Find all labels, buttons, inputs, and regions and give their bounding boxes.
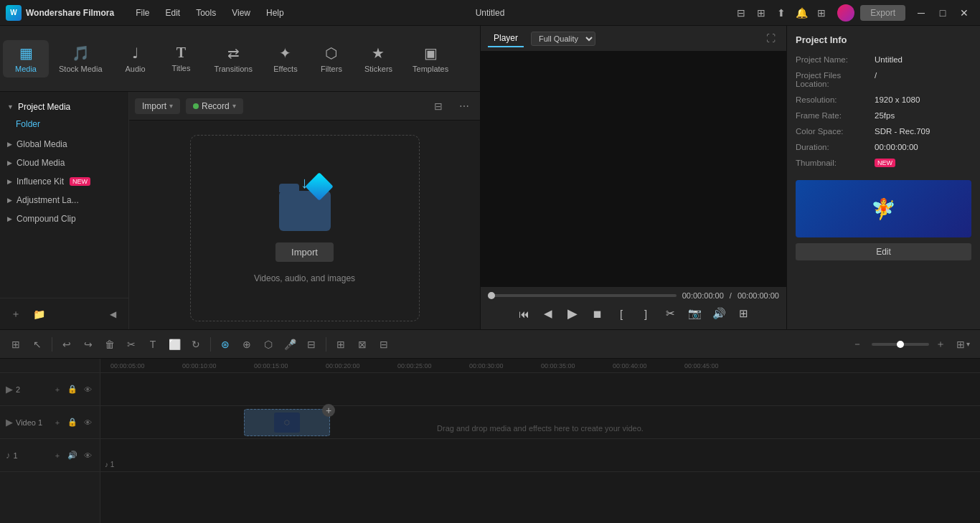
proj-fps-label: Frame Rate: xyxy=(796,111,875,120)
track-icon-2[interactable]: ⊠ xyxy=(352,334,372,354)
quality-select[interactable]: Full Quality 1/2 Quality 1/4 Quality xyxy=(531,32,595,46)
zoom-thumb[interactable] xyxy=(897,341,904,348)
split-track-icon[interactable]: ⊞ xyxy=(331,334,351,354)
voice-icon[interactable]: 🎤 xyxy=(280,334,300,354)
tab-templates[interactable]: ▣ Templates xyxy=(402,40,458,77)
video1-add-icon[interactable]: + xyxy=(51,416,64,429)
notification-icon[interactable]: 🔔 xyxy=(793,4,810,22)
video1-vis-icon[interactable]: 👁 xyxy=(81,416,94,429)
tab-titles[interactable]: T Titles xyxy=(159,40,204,77)
menu-view[interactable]: View xyxy=(225,5,258,21)
tab-audio[interactable]: ♩ Audio xyxy=(113,40,159,77)
out-point-icon[interactable]: ] xyxy=(636,304,655,323)
menu-file[interactable]: File xyxy=(128,5,156,21)
track-clip[interactable]: ⬡ + xyxy=(244,409,330,436)
export-button[interactable]: Export xyxy=(860,5,905,21)
close-button[interactable]: ✕ xyxy=(954,5,974,21)
fullscreen-icon[interactable]: ⛶ xyxy=(762,30,779,47)
split-icon[interactable]: ✂ xyxy=(661,304,679,323)
sidebar-item-adjustment[interactable]: ▶ Adjustment La... xyxy=(0,191,128,209)
sidebar-item-influence-kit[interactable]: ▶ Influence Kit NEW xyxy=(0,172,128,191)
zoom-slider[interactable] xyxy=(872,343,929,346)
sidebar-add-icon[interactable]: ＋ xyxy=(6,304,26,324)
more-options-icon[interactable]: ⋯ xyxy=(454,96,474,116)
minimize-button[interactable]: ─ xyxy=(911,5,931,21)
sidebar-item-cloud-media[interactable]: ▶ Cloud Media xyxy=(0,154,128,172)
rotate-icon[interactable]: ↻ xyxy=(186,334,206,354)
effects-tools-icon[interactable]: ⊕ xyxy=(237,334,257,354)
clip-add-button[interactable]: + xyxy=(322,404,335,417)
track2-lock-icon[interactable]: 🔒 xyxy=(66,383,79,396)
snap-icon[interactable]: ⊞ xyxy=(6,334,26,354)
import-button[interactable]: Import ▾ xyxy=(135,98,180,114)
track-lane-video1[interactable]: ⬡ + Drag and drop media and effects here… xyxy=(100,406,980,439)
track2-add-icon[interactable]: + xyxy=(51,383,64,396)
tab-filters[interactable]: ⬡ Filters xyxy=(308,40,354,77)
stop-icon[interactable]: ⏹ xyxy=(588,304,606,323)
thumbnail-figure: 🧚 xyxy=(871,197,896,221)
track-icon-3[interactable]: ⊟ xyxy=(374,334,394,354)
track-lane-2[interactable] xyxy=(100,373,980,406)
tab-effects[interactable]: ✦ Effects xyxy=(263,40,308,77)
zoom-in-icon[interactable]: ＋ xyxy=(930,334,951,354)
skip-back-icon[interactable]: ⏮ xyxy=(514,304,533,323)
delete-icon[interactable]: 🗑 xyxy=(100,334,120,354)
video1-lock-icon[interactable]: 🔒 xyxy=(66,416,79,429)
sidebar-item-compound-clip[interactable]: ▶ Compound Clip xyxy=(0,209,128,228)
select-tool-icon[interactable]: ↖ xyxy=(27,334,47,354)
zoom-track[interactable] xyxy=(872,343,929,346)
player-header: Player Full Quality 1/2 Quality 1/4 Qual… xyxy=(481,26,786,52)
frame-back-icon[interactable]: ◀ xyxy=(539,304,557,323)
tab-stock-media[interactable]: 🎵 Stock Media xyxy=(49,40,113,77)
layout-icon[interactable]: ⊞ xyxy=(813,4,830,22)
edit-thumbnail-button[interactable]: Edit xyxy=(796,243,971,260)
ruler-mark-8: 00:00:45:00 xyxy=(682,362,753,369)
zoom-out-icon[interactable]: － xyxy=(847,334,867,354)
sidebar-folder-add-icon[interactable]: 📁 xyxy=(29,304,49,324)
influence-arrow: ▶ xyxy=(7,178,12,185)
compact-icon[interactable]: ⊟ xyxy=(732,4,750,22)
subtitle-icon[interactable]: ⊟ xyxy=(301,334,321,354)
mask-icon[interactable]: ⬡ xyxy=(258,334,278,354)
volume-icon[interactable]: 🔊 xyxy=(710,304,728,323)
sidebar-item-global-media[interactable]: ▶ Global Media xyxy=(0,135,128,154)
redo-icon[interactable]: ↪ xyxy=(78,334,98,354)
tab-transitions[interactable]: ⇄ Transitions xyxy=(204,40,263,77)
track-lane-audio1[interactable]: ♪ 1 xyxy=(100,439,980,472)
maximize-button[interactable]: □ xyxy=(933,5,953,21)
sidebar-item-project-media[interactable]: ▼ Project Media xyxy=(0,98,128,116)
in-point-icon[interactable]: [ xyxy=(612,304,631,323)
app-logo: W Wondershare Filmora xyxy=(6,5,114,21)
player-tab[interactable]: Player xyxy=(488,30,524,47)
play-icon[interactable]: ▶ xyxy=(563,304,582,323)
record-button[interactable]: Record ▾ xyxy=(186,98,243,114)
snapshot-icon[interactable]: 📷 xyxy=(685,304,704,323)
pip-icon[interactable]: ⊞ xyxy=(734,304,753,323)
audio1-mute-icon[interactable]: 🔊 xyxy=(66,449,79,462)
filter-icon[interactable]: ⊟ xyxy=(428,96,448,116)
tab-stickers[interactable]: ★ Stickers xyxy=(354,40,402,77)
sidebar-folder-btn[interactable]: Folder xyxy=(0,116,128,135)
upload-icon[interactable]: ⬆ xyxy=(773,4,790,22)
track2-vis-icon[interactable]: 👁 xyxy=(81,383,94,396)
menu-help[interactable]: Help xyxy=(259,5,291,21)
audio1-add-icon[interactable]: + xyxy=(51,449,64,462)
ai-tools-icon[interactable]: ⊛ xyxy=(215,334,235,354)
ruler-marks: 00:00:05:00 00:00:10:00 00:00:15:00 00:0… xyxy=(108,362,753,369)
crop-icon[interactable]: ⬜ xyxy=(164,334,184,354)
user-avatar[interactable] xyxy=(837,4,854,22)
audio1-vis-icon[interactable]: 👁 xyxy=(81,449,94,462)
text-icon[interactable]: T xyxy=(143,334,163,354)
menu-tools[interactable]: Tools xyxy=(189,5,223,21)
cut-icon[interactable]: ✂ xyxy=(121,334,141,354)
progress-track[interactable] xyxy=(488,294,677,297)
progress-thumb[interactable] xyxy=(488,292,495,299)
menu-edit[interactable]: Edit xyxy=(158,5,187,21)
sidebar-collapse-btn[interactable]: ◀ xyxy=(103,304,123,324)
tab-media[interactable]: ▦ Media xyxy=(3,40,49,77)
import-main-button[interactable]: Import xyxy=(275,242,334,262)
undo-icon[interactable]: ↩ xyxy=(57,334,77,354)
track-headers: ▶ 2 + 🔒 👁 ▶ Video 1 + 🔒 👁 ♪ 1 xyxy=(0,359,100,523)
split-icon[interactable]: ⊞ xyxy=(753,4,770,22)
grid-view-btn[interactable]: ⊞ ▾ xyxy=(952,336,974,353)
